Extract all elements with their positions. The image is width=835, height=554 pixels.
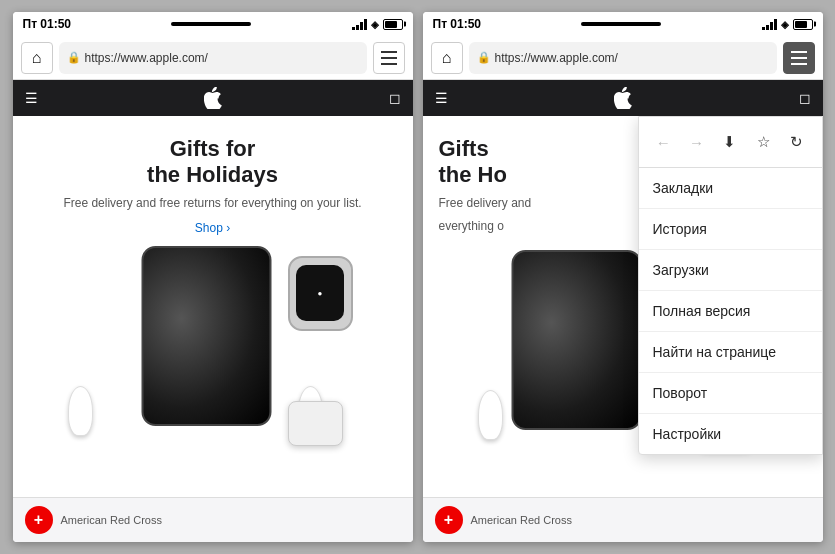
iphone-device-right xyxy=(511,250,641,430)
time-left: Пт 01:50 xyxy=(23,17,72,31)
star-icon: ☆ xyxy=(757,133,770,151)
menu-item-fullversion[interactable]: Полная версия xyxy=(639,291,822,332)
menu-button-right[interactable] xyxy=(783,42,815,74)
lock-icon-left: 🔒 xyxy=(67,51,81,64)
subtext-left: Free delivery and free returns for every… xyxy=(29,195,397,212)
hamburger-line-3 xyxy=(381,63,397,65)
apple-logo-right xyxy=(456,87,791,109)
iphone-screen-right xyxy=(513,252,639,428)
status-bar-left: Пт 01:50 ◈ xyxy=(13,12,413,36)
battery-fill-right xyxy=(795,21,808,28)
battery-right xyxy=(793,19,813,30)
iphone-device-left xyxy=(141,246,271,426)
url-text-right: https://www.apple.com/ xyxy=(495,51,769,65)
dropdown-toolbar: ← → ⬇ ☆ ↻ xyxy=(639,117,822,168)
back-arrow-icon: ← xyxy=(656,134,671,151)
menu-item-rotate[interactable]: Поворот xyxy=(639,373,822,414)
content-inner-left: Gifts for the Holidays Free delivery and… xyxy=(13,116,413,236)
heading-left: Gifts for the Holidays xyxy=(29,136,397,189)
hamburger-line-1 xyxy=(381,51,397,53)
location-icon-left: ◈ xyxy=(371,19,379,30)
refresh-icon: ↻ xyxy=(790,133,803,151)
footer-text-left: American Red Cross xyxy=(61,514,162,526)
red-cross-logo-left: + xyxy=(25,506,53,534)
watch-face-left: ● xyxy=(318,289,323,298)
content-area-left: Gifts for the Holidays Free delivery and… xyxy=(13,116,413,497)
lock-icon-right: 🔒 xyxy=(477,51,491,64)
bag-icon-left[interactable]: ◻ xyxy=(389,90,401,106)
status-icons-right: ◈ xyxy=(762,18,813,30)
url-text-left: https://www.apple.com/ xyxy=(85,51,359,65)
time-right: Пт 01:50 xyxy=(433,17,482,31)
watch-screen-left: ● xyxy=(296,265,345,322)
back-button[interactable]: ← xyxy=(648,127,678,157)
download-icon: ⬇ xyxy=(723,133,736,151)
refresh-button[interactable]: ↻ xyxy=(782,127,812,157)
notch-pill-left xyxy=(171,22,251,26)
url-input-right[interactable]: 🔒 https://www.apple.com/ xyxy=(469,42,777,74)
download-button[interactable]: ⬇ xyxy=(715,127,745,157)
right-screen: Пт 01:50 ◈ ⌂ 🔒 https://www.apple.com/ xyxy=(423,12,823,542)
menu-item-find-on-page[interactable]: Найти на странице xyxy=(639,332,822,373)
forward-button[interactable]: → xyxy=(682,127,712,157)
home-icon-left: ⌂ xyxy=(32,49,42,67)
apple-logo-left xyxy=(46,87,381,109)
bookmark-button[interactable]: ☆ xyxy=(748,127,778,157)
menu-item-downloads[interactable]: Загрузки xyxy=(639,250,822,291)
home-button-left[interactable]: ⌂ xyxy=(21,42,53,74)
left-screen: Пт 01:50 ◈ ⌂ 🔒 https://www.apple.com/ xyxy=(13,12,413,542)
url-bar-left[interactable]: ⌂ 🔒 https://www.apple.com/ xyxy=(13,36,413,80)
footer-text-right: American Red Cross xyxy=(471,514,572,526)
site-nav-left: ☰ ◻ xyxy=(13,80,413,116)
forward-arrow-icon: → xyxy=(689,134,704,151)
menu-item-history[interactable]: История xyxy=(639,209,822,250)
battery-fill-left xyxy=(385,21,398,28)
url-input-left[interactable]: 🔒 https://www.apple.com/ xyxy=(59,42,367,74)
status-bar-right: Пт 01:50 ◈ xyxy=(423,12,823,36)
home-icon-right: ⌂ xyxy=(442,49,452,67)
content-footer-right: + American Red Cross xyxy=(423,497,823,542)
battery-left xyxy=(383,19,403,30)
hamburger-line-r2 xyxy=(791,57,807,59)
hamburger-line-r1 xyxy=(791,51,807,53)
right-content-area: Gifts the Ho Free delivery and everythin… xyxy=(423,116,823,497)
hamburger-line-2 xyxy=(381,57,397,59)
hamburger-line-r3 xyxy=(791,63,807,65)
menu-item-settings[interactable]: Настройки xyxy=(639,414,822,454)
iphone-screen-left xyxy=(143,248,269,424)
screens-wrapper: Пт 01:50 ◈ ⌂ 🔒 https://www.apple.com/ xyxy=(13,12,823,542)
signal-bars-right xyxy=(762,18,777,30)
url-bar-right[interactable]: ⌂ 🔒 https://www.apple.com/ xyxy=(423,36,823,80)
dropdown-menu: ← → ⬇ ☆ ↻ Закладки xyxy=(638,116,823,455)
menu-item-bookmarks[interactable]: Закладки xyxy=(639,168,822,209)
menu-button-left[interactable] xyxy=(373,42,405,74)
site-hamburger-right[interactable]: ☰ xyxy=(435,90,448,106)
notch-pill-right xyxy=(581,22,661,26)
site-nav-right: ☰ ◻ xyxy=(423,80,823,116)
content-footer-left: + American Red Cross xyxy=(13,497,413,542)
site-hamburger-left[interactable]: ☰ xyxy=(25,90,38,106)
airpods-case-left xyxy=(288,401,343,446)
shop-link-left[interactable]: Shop xyxy=(195,221,230,235)
red-cross-logo-right: + xyxy=(435,506,463,534)
location-icon-right: ◈ xyxy=(781,19,789,30)
signal-bars-left xyxy=(352,18,367,30)
airpod-left-right xyxy=(478,390,503,440)
product-visual-left: ● xyxy=(13,236,413,456)
bag-icon-right[interactable]: ◻ xyxy=(799,90,811,106)
home-button-right[interactable]: ⌂ xyxy=(431,42,463,74)
status-icons-left: ◈ xyxy=(352,18,403,30)
product-image-left: ● xyxy=(13,236,413,456)
apple-watch-left: ● xyxy=(288,256,353,331)
airpod-left-left xyxy=(68,386,93,436)
